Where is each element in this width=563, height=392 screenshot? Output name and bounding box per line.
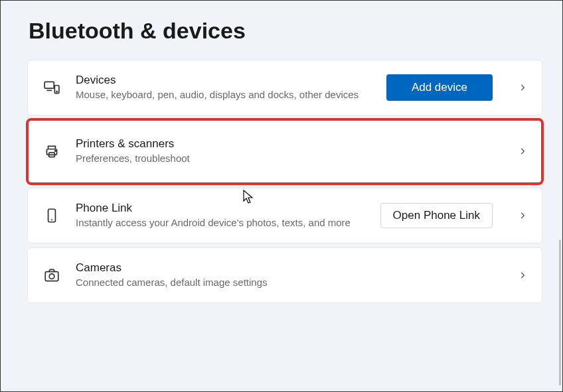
settings-item-text: Cameras Connected cameras, default image… [76,261,493,289]
phone-icon [42,206,61,225]
settings-item-phone[interactable]: Phone Link Instantly access your Android… [27,188,542,243]
settings-item-subtitle: Instantly access your Android device's p… [76,216,358,229]
settings-list: Devices Mouse, keyboard, pen, audio, dis… [1,60,562,303]
settings-item-cameras[interactable]: Cameras Connected cameras, default image… [27,247,542,303]
settings-item-subtitle: Mouse, keyboard, pen, audio, displays an… [76,88,364,101]
svg-rect-7 [45,271,58,281]
open-phone-link-button[interactable]: Open Phone Link [380,203,493,228]
settings-item-subtitle: Connected cameras, default image setting… [76,276,485,289]
settings-item-title: Phone Link [76,202,358,215]
printer-icon [42,142,61,161]
settings-item-devices[interactable]: Devices Mouse, keyboard, pen, audio, dis… [27,60,542,115]
svg-point-8 [49,274,54,279]
settings-item-text: Phone Link Instantly access your Android… [76,202,366,229]
chevron-right-icon [518,83,527,92]
chevron-right-icon [518,147,527,156]
settings-item-title: Devices [76,74,364,87]
settings-item-title: Printers & scanners [76,137,485,151]
settings-item-subtitle: Preferences, troubleshoot [76,152,485,165]
svg-point-5 [55,151,56,152]
scrollbar[interactable] [559,239,561,385]
chevron-right-icon [518,271,527,280]
page-title: Bluetooth & devices [1,1,562,60]
svg-point-2 [56,91,57,92]
settings-item-text: Devices Mouse, keyboard, pen, audio, dis… [76,74,372,101]
settings-item-text: Printers & scanners Preferences, trouble… [76,137,493,165]
settings-item-title: Cameras [76,261,485,275]
add-device-button[interactable]: Add device [386,74,493,101]
camera-icon [42,266,61,285]
svg-rect-0 [44,82,54,88]
chevron-right-icon [518,211,527,220]
devices-icon [42,78,61,97]
settings-item-printers[interactable]: Printers & scanners Preferences, trouble… [27,119,542,183]
